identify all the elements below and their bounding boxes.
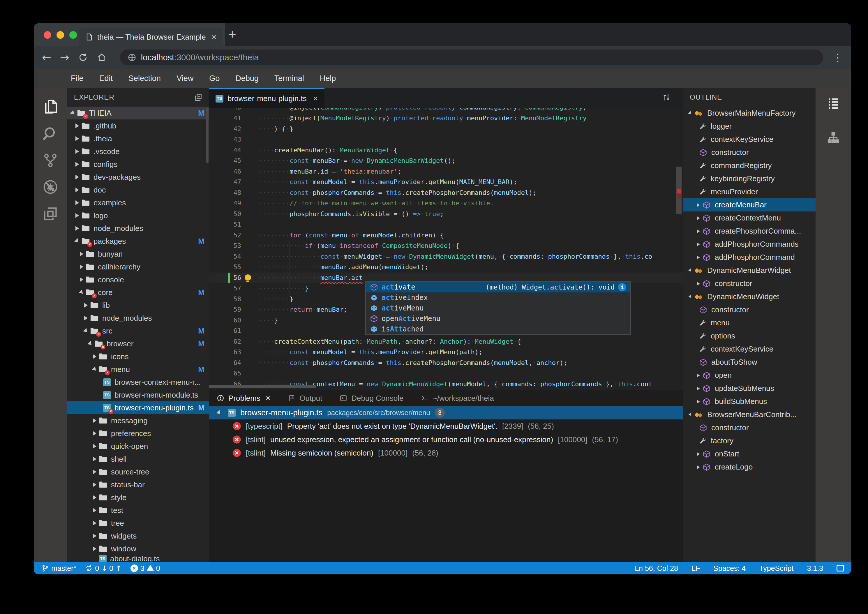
panel-tab-close-icon[interactable]: × [266, 394, 270, 403]
chevron-collapsed-icon[interactable] [696, 216, 702, 220]
outline-item-onStart[interactable]: onStart [683, 447, 815, 460]
activity-files-icon[interactable] [34, 94, 67, 121]
tree-item-shell[interactable]: shell [67, 453, 209, 465]
code-line-41[interactable]: 41········@inject(MenuModelRegistry)·pro… [209, 113, 683, 124]
outline-item-createContextMenu[interactable]: createContextMenu [683, 211, 815, 225]
tree-item-test[interactable]: test [67, 504, 209, 517]
address-bar[interactable]: localhost:3000/workspace/theia [120, 50, 823, 65]
menu-item-help[interactable]: Help [312, 74, 344, 83]
chevron-collapsed-icon[interactable] [91, 431, 99, 436]
tree-item-tree[interactable]: tree [67, 517, 209, 530]
chevron-collapsed-icon[interactable] [73, 226, 81, 231]
chevron-collapsed-icon[interactable] [73, 162, 81, 167]
activity-extensions-icon[interactable] [34, 201, 67, 228]
outline-item-constructor[interactable]: constructor [683, 146, 815, 159]
chevron-collapsed-icon[interactable] [73, 136, 81, 141]
outline-item-constructor[interactable]: constructor [683, 303, 815, 316]
outline-item-BrowserMainMenuFactory[interactable]: BrowserMainMenuFactory [683, 107, 815, 120]
tree-item-logo[interactable]: logo [67, 209, 209, 222]
chevron-expanded-icon[interactable] [69, 111, 77, 115]
chevron-collapsed-icon[interactable] [91, 470, 99, 474]
menu-item-view[interactable]: View [169, 74, 201, 83]
tree-item-menu[interactable]: ×menuM [67, 363, 209, 376]
chevron-collapsed-icon[interactable] [73, 175, 81, 180]
menu-item-go[interactable]: Go [201, 74, 228, 83]
chevron-collapsed-icon[interactable] [696, 400, 702, 403]
chevron-expanded-icon[interactable] [687, 413, 693, 417]
chevron-collapsed-icon[interactable] [73, 213, 81, 218]
outline-item-constructor[interactable]: constructor [683, 277, 815, 290]
outline-item-contextKeyService[interactable]: contextKeyService [683, 133, 815, 146]
suggest-item[interactable]: isAttached [366, 324, 630, 334]
outline-item-buildSubMenus[interactable]: buildSubMenus [683, 395, 815, 408]
outline-item-contextKeyService[interactable]: contextKeyService [683, 343, 815, 356]
chevron-collapsed-icon[interactable] [91, 457, 99, 461]
suggest-item[interactable]: openActiveMenu [366, 313, 630, 324]
problems-status[interactable]: × 3 ! 0 [130, 564, 160, 573]
tree-item-browser-menu-plugin.ts[interactable]: TS×browser-menu-plugin.tsM [67, 402, 209, 414]
outline-item-menuProvider[interactable]: menuProvider [683, 185, 815, 198]
chevron-expanded-icon[interactable] [687, 112, 693, 115]
chevron-collapsed-icon[interactable] [91, 533, 99, 538]
tree-item-widgets[interactable]: widgets [67, 530, 209, 542]
tree-item-status-bar[interactable]: status-bar [67, 478, 209, 491]
chevron-collapsed-icon[interactable] [696, 465, 702, 469]
explorer-scrollbar[interactable] [206, 108, 209, 163]
chevron-collapsed-icon[interactable] [82, 303, 90, 308]
outline-item-logger[interactable]: logger [683, 120, 815, 133]
chevron-collapsed-icon[interactable] [91, 495, 99, 500]
chevron-collapsed-icon[interactable] [78, 265, 86, 269]
code-line-63[interactable]: 63········const·menuModel·=·this.menuPro… [209, 347, 683, 358]
tree-item-bunyan[interactable]: bunyan [67, 248, 209, 260]
outline-item-factory[interactable]: factory [683, 434, 815, 447]
right-activity-outline-list-icon[interactable] [827, 97, 840, 111]
chevron-collapsed-icon[interactable] [91, 508, 99, 513]
code-line-51[interactable]: 51 [209, 219, 683, 230]
chevron-collapsed-icon[interactable] [78, 252, 86, 256]
back-icon[interactable]: ← [42, 51, 51, 64]
indentation-indicator[interactable]: Spaces: 4 [713, 564, 746, 573]
problems-file-row[interactable]: TS browser-menu-plugin.ts packages/core/… [209, 406, 683, 419]
info-icon[interactable]: i [618, 283, 626, 291]
chevron-collapsed-icon[interactable] [696, 452, 702, 456]
tree-item-browser-context-menu-r...[interactable]: TSbrowser-context-menu-r... [67, 376, 209, 389]
outline-item-updateSubMenus[interactable]: updateSubMenus [683, 382, 815, 395]
code-line-62[interactable]: 62····createContextMenu(path:·MenuPath,·… [209, 336, 683, 347]
outline-item-addPhosphorCommands[interactable]: addPhosphorCommands [683, 238, 815, 251]
outline-item-menu[interactable]: menu [683, 316, 815, 329]
tree-item-console[interactable]: console [67, 273, 209, 286]
suggest-item[interactable]: activeMenu [366, 303, 630, 313]
outline-item-BrowserMenuBarContrib...[interactable]: BrowserMenuBarContrib... [683, 408, 815, 421]
code-line-47[interactable]: 47········const·menuModel·=·this.menuPro… [209, 177, 683, 188]
menu-item-debug[interactable]: Debug [228, 74, 267, 83]
minimize-window-button[interactable] [56, 31, 64, 39]
browser-menu-icon[interactable]: ⋮ [832, 51, 843, 64]
menu-item-file[interactable]: File [63, 74, 91, 83]
panel-tab-problems[interactable]: Problems× [217, 394, 270, 403]
tree-item-callhierarchy[interactable]: callhierarchy [67, 260, 209, 273]
chevron-expanded-icon[interactable] [82, 329, 90, 333]
outline-item-open[interactable]: open [683, 369, 815, 382]
chevron-collapsed-icon[interactable] [73, 188, 81, 192]
chevron-collapsed-icon[interactable] [91, 546, 99, 551]
menu-item-edit[interactable]: Edit [91, 74, 121, 83]
editor-tab[interactable]: TS browser-menu-plugin.ts × [209, 88, 324, 108]
tree-item-preferences[interactable]: preferences [67, 427, 209, 440]
code-line-48[interactable]: 48········const·phosphorCommands·=·this.… [209, 188, 683, 198]
chevron-collapsed-icon[interactable] [91, 354, 99, 359]
menu-item-selection[interactable]: Selection [121, 74, 169, 83]
chevron-collapsed-icon[interactable] [696, 229, 702, 233]
code-line-43[interactable]: 43 [209, 134, 683, 145]
reload-icon[interactable] [78, 53, 88, 62]
tree-item-node_modules[interactable]: node_modules [67, 222, 209, 235]
browser-tab[interactable]: theia — Theia Browser Example × [79, 28, 223, 46]
outline-item-DynamicMenuWidget[interactable]: DynamicMenuWidget [683, 290, 815, 303]
code-line-55[interactable]: 55················menuBar.addMenu(menuWi… [209, 262, 683, 273]
tree-item-.vscode[interactable]: .vscode [67, 145, 209, 158]
activity-git-icon[interactable] [34, 147, 67, 174]
suggest-item[interactable]: activate(method) Widget.activate(): void… [366, 282, 630, 292]
compare-editors-icon[interactable] [662, 93, 671, 103]
chevron-collapsed-icon[interactable] [696, 387, 702, 390]
code-line-46[interactable]: 46········menuBar.id·=·'theia:menubar'; [209, 166, 683, 177]
ts-version[interactable]: 3.1.3 [807, 564, 823, 573]
